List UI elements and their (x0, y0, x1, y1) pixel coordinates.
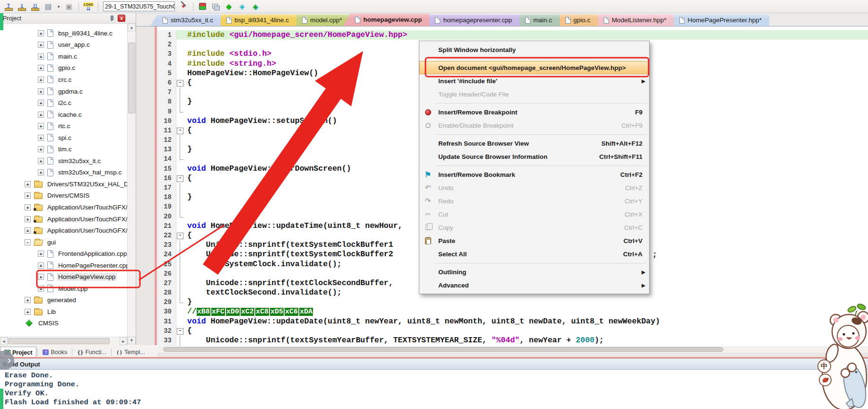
menu-item-update-source-browser-information[interactable]: Update Source Browser InformationCtrl+Sh… (419, 150, 649, 163)
tree-horizontal-scrollbar[interactable]: ◄ ► (0, 337, 127, 345)
expand-icon[interactable]: + (38, 251, 44, 257)
tree-item-drivers-stm32u5xx-hal-driv[interactable]: +Drivers/STM32U5xx_HAL_Driv (0, 178, 127, 190)
batch-build-icon[interactable]: ▤ (43, 1, 54, 12)
tree-item-homepageview-cpp[interactable]: +HomePageView.cpp (0, 271, 127, 283)
expand-icon[interactable]: + (38, 53, 44, 60)
expand-icon[interactable]: + (25, 204, 31, 210)
tree-item-application-user-touchgfx-t[interactable]: +Application/User/TouchGFX/t (0, 213, 127, 225)
panel-tab-templ[interactable]: ()Templ... (113, 347, 149, 358)
tree-item-gui[interactable]: -gui (0, 236, 127, 248)
menu-item-paste[interactable]: PasteCtrl+V (419, 234, 649, 247)
translate-file-icon[interactable]: ↧ (3, 1, 14, 12)
code-line-32[interactable]: 32{ (157, 326, 868, 336)
tree-item-bsp-ili9341-4line-c[interactable]: +bsp_ili9341_4line.c (0, 27, 127, 39)
panel-tab-books[interactable]: ?Books (39, 347, 71, 358)
menu-item-copy[interactable]: CopyCtrl+C (419, 221, 649, 234)
menu-item-select-all[interactable]: Select AllCtrl+A (419, 247, 649, 261)
expand-icon[interactable]: + (38, 135, 44, 141)
build-icon[interactable]: ⇓ (16, 1, 27, 12)
expand-icon[interactable]: + (25, 181, 31, 187)
fold-collapse-icon[interactable] (176, 174, 184, 183)
editor-tab-homepageview-cpp[interactable]: homepageview.cpp (343, 13, 429, 26)
expand-icon[interactable]: + (38, 123, 44, 129)
tree-item-application-user-touchgfx[interactable]: +Application/User/TouchGFX/ (0, 225, 127, 236)
scroll-right-icon[interactable]: ► (120, 337, 127, 345)
tree-item-generated[interactable]: +generated (0, 295, 127, 306)
editor-tab-stm32u5xx-it-c[interactable]: stm32u5xx_it.c (150, 14, 221, 26)
expand-icon[interactable]: + (25, 309, 31, 315)
tree-item-stm32u5xx-it-c[interactable]: +stm32u5xx_it.c (0, 155, 127, 167)
tree-vscroll-thumb[interactable] (128, 43, 135, 113)
tree-item-lib[interactable]: +Lib (0, 306, 127, 318)
batch-build-dropdown-icon[interactable]: ▾ (56, 1, 61, 12)
editor-tab-gpio-c[interactable]: gpio.c (553, 14, 598, 26)
menu-item-insert-remove-bookmark[interactable]: ⚑Insert/Remove BookmarkCtrl+F2 (419, 168, 649, 181)
expand-icon[interactable]: + (25, 297, 31, 303)
editor-tab-modellistener-hpp[interactable]: ModelListener.hpp* (591, 14, 674, 26)
code-line-33[interactable]: 33 Unicode::snprintf(textSystemYearBuffe… (157, 336, 868, 345)
editor-tab-homepagepresenter-hpp[interactable]: HomePagePresenter.hpp* (667, 14, 769, 26)
tree-item-spi-c[interactable]: +spi.c (0, 132, 127, 144)
scroll-left-icon[interactable]: ◄ (0, 337, 8, 345)
target-select-combo[interactable]: 29-1_STM32U575_TouchG▾ (103, 1, 175, 11)
manage-rte-icon[interactable]: ◆ (223, 1, 234, 12)
tree-item-gpdma-c[interactable]: +gpdma.c (0, 86, 127, 97)
menu-item-insert-remove-breakpoint[interactable]: Insert/Remove BreakpointF9 (419, 105, 649, 119)
expand-icon[interactable]: + (38, 169, 44, 175)
tree-item-application-user-touchgfx-t[interactable]: +Application/User/TouchGFX/t (0, 201, 127, 213)
fold-collapse-icon[interactable] (176, 126, 184, 135)
pack-installer-icon[interactable]: ◈ (236, 1, 248, 12)
expand-icon[interactable]: + (38, 146, 44, 152)
menu-item-cut[interactable]: ✂CutCtrl+X (419, 208, 649, 221)
tree-item-rtc-c[interactable]: +rtc.c (0, 120, 127, 132)
editor-tab-bsp-ili9341-4line-c[interactable]: bsp_ili9341_4line.c (214, 14, 296, 26)
tree-item-crc-c[interactable]: +crc.c (0, 74, 127, 86)
menu-item-redo[interactable]: ↷RedoCtrl+Y (419, 194, 649, 208)
target-environment-icon[interactable]: ◈ (250, 1, 261, 12)
menu-item-enable-disable-breakpoint[interactable]: Enable/Disable BreakpointCtrl+F9 (419, 119, 649, 132)
code-line-29[interactable]: 29} (157, 297, 868, 307)
tree-hscroll-thumb[interactable] (8, 338, 110, 344)
tree-item-homepagepresenter-cpp[interactable]: +HomePagePresenter.cpp (0, 260, 127, 271)
stop-build-icon[interactable]: ▣ (63, 1, 75, 12)
ime-squirrel-badge[interactable] (819, 374, 832, 386)
tree-item-frontendapplication-cpp[interactable]: +FrontendApplication.cpp (0, 248, 127, 260)
fold-collapse-icon[interactable] (176, 326, 184, 336)
collapse-icon[interactable]: - (25, 239, 31, 245)
menu-item-undo[interactable]: ↶UndoCtrl+Z (419, 181, 649, 194)
editor-tab-main-c[interactable]: main.c (513, 14, 560, 26)
build-output-header[interactable]: Build Output (0, 358, 868, 370)
tree-vertical-scrollbar[interactable]: ▲ ▼ (127, 24, 136, 349)
expand-icon[interactable]: + (38, 88, 44, 95)
ime-language-badge[interactable]: 中 (817, 359, 831, 373)
fold-collapse-icon[interactable] (176, 78, 184, 87)
fold-collapse-icon[interactable] (176, 231, 184, 240)
expand-icon[interactable]: + (38, 65, 44, 71)
panel-tab-functi[interactable]: {}Functi... (73, 347, 110, 358)
menu-item-split-window-horizontally[interactable]: Split Window horizontally (419, 43, 649, 56)
editor-tab-homepagepresenter-cpp[interactable]: homepagepresenter.cpp (423, 14, 520, 26)
dock-pin-icon[interactable] (108, 15, 115, 22)
window-layout-icon[interactable] (210, 1, 221, 12)
expand-icon[interactable]: + (38, 274, 44, 280)
menu-item-advanced[interactable]: Advanced▶ (419, 278, 649, 292)
expand-icon[interactable]: + (38, 77, 44, 83)
flash-config-wand-icon[interactable]: ✶ (178, 1, 189, 12)
expand-icon[interactable]: + (38, 100, 44, 106)
expand-icon[interactable]: + (38, 286, 44, 292)
download-to-flash-icon[interactable]: LOAD⇊ (83, 1, 94, 12)
menu-item-outlining[interactable]: Outlining▶ (419, 265, 649, 278)
expand-icon[interactable]: + (38, 30, 44, 36)
tree-item-model-cpp[interactable]: +Model.cpp (0, 283, 127, 295)
tree-item-cmsis[interactable]: CMSIS (0, 318, 127, 330)
code-line-30[interactable]: 30//xB8xFCxD0xC2xC8xD5xC6xDA (157, 307, 868, 316)
tree-item-drivers-cmsis[interactable]: +Drivers/CMSIS (0, 190, 127, 202)
scroll-down-icon[interactable]: ▼ (128, 337, 136, 344)
editor-horizontal-scrollbar[interactable] (155, 346, 868, 353)
expand-icon[interactable]: + (25, 227, 31, 234)
tree-item-icache-c[interactable]: +icache.c (0, 109, 127, 121)
tree-item-user-app-c[interactable]: +user_app.c (0, 39, 127, 51)
menu-item-toggle-header-code-file[interactable]: Toggle Header/Code File (419, 87, 649, 101)
expand-icon[interactable]: + (25, 192, 31, 199)
menu-item-insert-include-file[interactable]: Insert '#include file'▶ (419, 74, 649, 87)
